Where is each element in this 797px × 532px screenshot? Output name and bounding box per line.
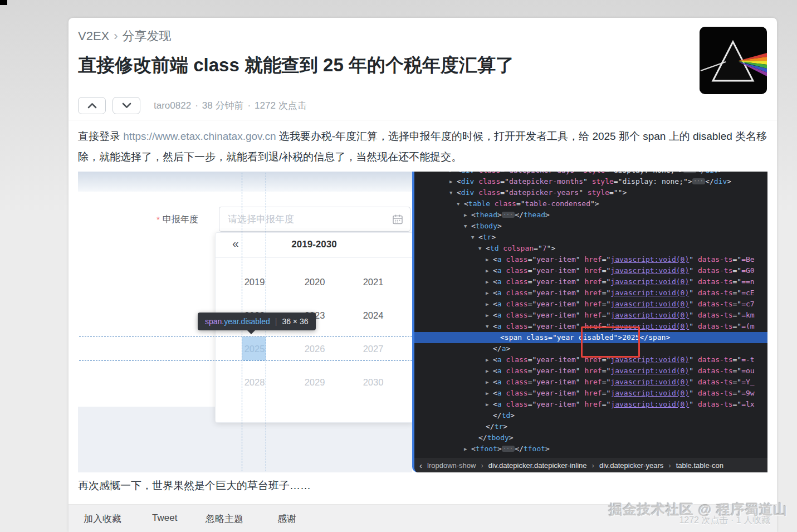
- year-option-2019[interactable]: 2019: [232, 275, 277, 289]
- topic-header-row: taro0822·38 分钟前·1272 次点击: [78, 97, 307, 114]
- action-link[interactable]: 加入收藏: [84, 513, 152, 525]
- page-title: 直接修改前端 class 就能查到 25 年的个税年度汇算了: [78, 53, 693, 76]
- tree-toggle-icon[interactable]: ▶: [486, 265, 493, 276]
- dom-tree-line[interactable]: ▼<tbody>: [414, 221, 767, 232]
- downvote-button[interactable]: [113, 97, 140, 114]
- guide-line-horizontal-bottom: [79, 360, 412, 361]
- dom-tree-line[interactable]: </tr>: [414, 421, 767, 432]
- tree-toggle-icon[interactable]: ▶: [486, 310, 493, 321]
- dom-tree-line[interactable]: ▶<div class="datepicker-months" style="d…: [414, 176, 767, 187]
- dom-tree-line[interactable]: ▶<a class="year-item" href="javascript:v…: [414, 287, 767, 299]
- dom-tree-line[interactable]: ▶<a class="year-item" href="javascript:v…: [414, 310, 767, 321]
- tree-toggle-icon[interactable]: ▶: [486, 287, 493, 299]
- dom-tree-line[interactable]: ▼<tr>: [414, 232, 767, 243]
- dom-tree-line[interactable]: ▶<a class="year-item" href="javascript:v…: [414, 299, 767, 310]
- calendar-icon: [392, 214, 403, 225]
- author-link[interactable]: taro0822: [154, 100, 191, 111]
- tree-toggle-icon[interactable]: ▶: [464, 209, 471, 221]
- devtools-panel: ▶<div class="datepicker-days" style="dis…: [412, 172, 767, 472]
- dom-tree-line[interactable]: ▼<td colspan="7">: [414, 243, 767, 254]
- action-links: 加入收藏Tweet忽略主题感谢: [84, 513, 296, 525]
- inspect-highlight-box: [242, 336, 266, 360]
- devtools-breadcrumb-item[interactable]: div.datepicker.datepicker-inline: [488, 461, 587, 470]
- tree-toggle-icon[interactable]: ▶: [449, 176, 457, 187]
- upvote-button[interactable]: [78, 97, 106, 114]
- watermark: 掘金技术社区 @ 程序蜀道山: [609, 500, 788, 519]
- year-option-2020[interactable]: 2020: [292, 275, 337, 289]
- year-option-2028[interactable]: 2028: [232, 375, 277, 389]
- dom-tree-line[interactable]: ▶<a class="year-item" href="javascript:v…: [414, 276, 767, 287]
- dom-tree-line[interactable]: </tbody>: [414, 432, 767, 443]
- topic-clicks: 1272 次点击: [255, 100, 307, 111]
- dom-tree-line[interactable]: ▶<a class="year-item" href="javascript:v…: [414, 377, 767, 388]
- element-dimensions: 36 × 36: [282, 317, 308, 326]
- devtools-breadcrumb-bar: ‹ lropdown-show›div.datepicker.datepicke…: [414, 458, 767, 472]
- year-option-2021[interactable]: 2021: [351, 275, 395, 289]
- tree-toggle-icon[interactable]: ▶: [486, 399, 493, 410]
- chevron-down-icon: [122, 103, 131, 109]
- topic-card: V2EX›分享发现 直接修改前端 class 就能查到 25 年的个税年度汇算了: [69, 18, 777, 532]
- action-link[interactable]: 感谢: [277, 513, 296, 525]
- tree-toggle-icon[interactable]: ▼: [478, 243, 486, 254]
- dom-tree-line[interactable]: ▶<div class="datepicker-days" style="dis…: [414, 172, 767, 176]
- report-year-input[interactable]: 请选择申报年度: [219, 207, 410, 232]
- guide-line-horizontal-top: [79, 336, 412, 337]
- tree-toggle-icon[interactable]: ▶: [486, 365, 493, 377]
- year-picker-header: « 2019-2030: [216, 233, 413, 258]
- etax-header-band: [78, 172, 412, 192]
- dom-tree-line[interactable]: ▶<a class="year-item" href="javascript:v…: [414, 365, 767, 377]
- tree-toggle-icon[interactable]: ▶: [449, 172, 457, 176]
- breadcrumb: V2EX›分享发现: [78, 28, 172, 45]
- devtools-breadcrumb-item[interactable]: lropdown-show: [427, 461, 476, 470]
- year-option-2030[interactable]: 2030: [351, 375, 395, 389]
- page: { "page": { "breadcrumb": {"site": "V2EX…: [0, 0, 797, 532]
- breadcrumb-back-icon[interactable]: ‹: [419, 461, 422, 470]
- dom-tree-line[interactable]: ▼<div class="datepicker-years" style="">: [414, 187, 767, 198]
- year-option-2024[interactable]: 2024: [351, 308, 395, 323]
- topic-meta: taro0822·38 分钟前·1272 次点击: [154, 99, 307, 112]
- red-annotation-box: [581, 326, 640, 358]
- tree-toggle-icon[interactable]: ▶: [486, 354, 493, 365]
- tree-toggle-icon[interactable]: ▼: [457, 198, 464, 209]
- dom-tree-line[interactable]: ▶<thead>···</thead>: [414, 209, 767, 221]
- etax-link[interactable]: https://www.etax.chinatax.gov.cn: [123, 130, 276, 142]
- dom-tree-line[interactable]: ▶<a class="year-item" href="javascript:v…: [414, 254, 767, 265]
- year-option-2026[interactable]: 2026: [292, 341, 337, 356]
- avatar[interactable]: [700, 27, 767, 94]
- tree-toggle-icon[interactable]: ▼: [449, 187, 457, 198]
- dom-tree-line[interactable]: </td>: [414, 410, 767, 421]
- required-mark: *: [157, 214, 160, 224]
- dom-tree-line[interactable]: ▶<a class="year-item" href="javascript:v…: [414, 265, 767, 276]
- tree-toggle-icon[interactable]: ▶: [486, 276, 493, 287]
- year-option-2029[interactable]: 2029: [292, 375, 337, 389]
- tree-toggle-icon[interactable]: ▶: [464, 443, 471, 455]
- breadcrumb-node-link[interactable]: 分享发现: [123, 29, 172, 43]
- tree-toggle-icon[interactable]: ▶: [486, 377, 493, 388]
- breadcrumb-site-link[interactable]: V2EX: [78, 29, 109, 43]
- tree-toggle-icon[interactable]: ▶: [486, 299, 493, 310]
- topic-time: 38 分钟前: [202, 100, 244, 111]
- report-year-label: *申报年度: [157, 214, 198, 226]
- dom-tree-line[interactable]: ▶<a class="year-item" href="javascript:v…: [414, 399, 767, 410]
- devtools-breadcrumb-item[interactable]: div.datepicker-years: [599, 461, 663, 470]
- tree-toggle-icon[interactable]: ▼: [464, 221, 471, 232]
- devtools-breadcrumb-item[interactable]: table.table-con: [676, 461, 723, 470]
- tree-toggle-icon[interactable]: ▶: [486, 388, 493, 399]
- dom-tree-line[interactable]: ▼<table class="table-condensed">: [414, 198, 767, 209]
- page-corner-artifact: [0, 0, 7, 5]
- dom-tree-line[interactable]: ▶<a class="year-item" href="javascript:v…: [414, 388, 767, 399]
- dom-tree-line[interactable]: ▶<tfoot>···</tfoot>: [414, 443, 767, 455]
- inspect-tooltip: span.year.disabled | 36 × 36: [198, 313, 316, 330]
- header-divider: [69, 120, 777, 120]
- chevron-up-icon: [87, 103, 97, 109]
- action-link[interactable]: 忽略主题: [206, 513, 277, 525]
- prism-album-art-icon: [700, 27, 767, 94]
- action-link[interactable]: Tweet: [152, 513, 206, 525]
- tree-toggle-icon[interactable]: ▼: [471, 232, 478, 243]
- tree-toggle-icon[interactable]: ▼: [486, 321, 493, 332]
- embedded-screenshot: *申报年度 请选择申报年度 « 2019-2030 20192020202120…: [78, 172, 767, 472]
- tree-toggle-icon[interactable]: ▶: [486, 254, 493, 265]
- devtools-dom-tree: ▶<div class="datepicker-days" style="dis…: [414, 172, 767, 455]
- year-option-2027[interactable]: 2027: [351, 341, 395, 356]
- breadcrumb-separator: ›: [114, 29, 118, 43]
